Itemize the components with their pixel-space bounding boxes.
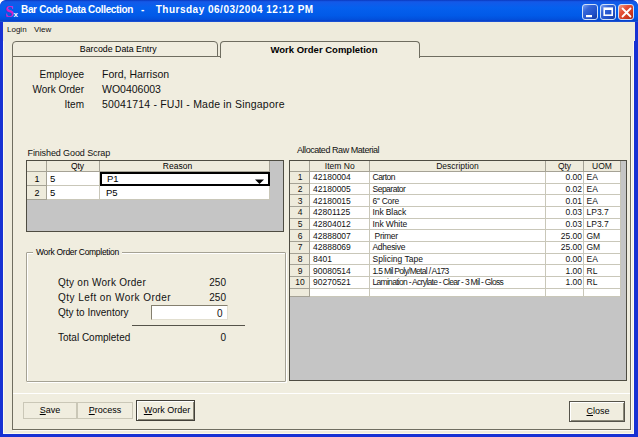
svg-text:x: x (14, 10, 19, 19)
